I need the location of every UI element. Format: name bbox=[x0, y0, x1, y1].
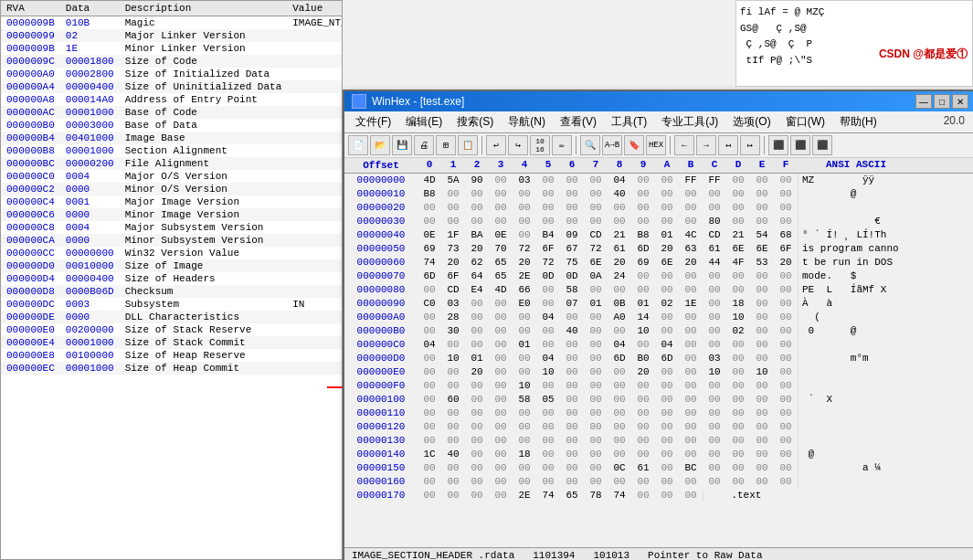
hex-byte[interactable]: 4F bbox=[726, 256, 750, 269]
hex-byte[interactable]: 00 bbox=[631, 269, 655, 282]
hex-byte[interactable]: 61 bbox=[703, 242, 726, 255]
hex-byte[interactable]: 00 bbox=[655, 365, 679, 378]
hex-byte[interactable]: 70 bbox=[489, 242, 513, 255]
hex-byte[interactable]: 00 bbox=[726, 420, 750, 433]
hex-rows-container[interactable]: 00000000 4D5A900003000000040000FFFF00000… bbox=[344, 174, 973, 547]
hex-byte[interactable]: 00 bbox=[608, 215, 631, 227]
tb-redo[interactable]: ↪ bbox=[508, 135, 528, 155]
hex-byte[interactable]: 00 bbox=[584, 201, 608, 214]
row-offset[interactable]: 00000140 bbox=[344, 448, 418, 460]
hex-byte[interactable]: 18 bbox=[726, 297, 750, 310]
hex-byte[interactable]: 00 bbox=[631, 420, 655, 433]
hex-byte[interactable]: 05 bbox=[536, 393, 560, 406]
row-offset[interactable]: 00000060 bbox=[344, 256, 418, 269]
hex-byte[interactable]: 00 bbox=[679, 448, 703, 460]
row-offset[interactable]: 00000070 bbox=[344, 269, 418, 282]
hex-row[interactable]: 00000140 1C40000018000000000000000000000… bbox=[344, 448, 973, 461]
menu-nav[interactable]: 导航(N) bbox=[501, 112, 553, 132]
hex-byte[interactable]: 04 bbox=[655, 338, 679, 351]
hex-byte[interactable]: 0E bbox=[489, 228, 513, 241]
hex-row[interactable]: 000000C0 0400000001000000040004000000000… bbox=[344, 338, 973, 352]
hex-byte[interactable]: 00 bbox=[726, 461, 750, 474]
hex-byte[interactable]: 00 bbox=[489, 297, 513, 310]
hex-byte[interactable]: 4D bbox=[418, 174, 441, 186]
hex-row[interactable]: 00000120 0000000000000000000000000000000… bbox=[344, 420, 973, 434]
hex-byte[interactable]: 00 bbox=[679, 420, 703, 433]
hex-byte[interactable]: 00 bbox=[726, 379, 750, 392]
hex-byte[interactable]: 09 bbox=[560, 228, 584, 241]
hex-byte[interactable]: 00 bbox=[418, 489, 441, 502]
hex-byte[interactable]: B8 bbox=[631, 228, 655, 241]
hex-byte[interactable]: 00 bbox=[703, 393, 726, 406]
hex-byte[interactable]: 00 bbox=[750, 311, 774, 323]
hex-byte[interactable]: 00 bbox=[655, 174, 679, 186]
hex-byte[interactable]: 00 bbox=[608, 324, 631, 337]
hex-byte[interactable]: 00 bbox=[418, 311, 441, 323]
hex-byte[interactable]: 65 bbox=[560, 489, 584, 502]
hex-byte[interactable]: 00 bbox=[441, 489, 465, 502]
hex-byte[interactable]: 00 bbox=[513, 461, 536, 474]
table-row[interactable]: 000000D4 00000400 Size of Headers bbox=[1, 272, 343, 285]
hex-byte[interactable]: 00 bbox=[465, 448, 489, 460]
menu-edit[interactable]: 编辑(E) bbox=[398, 112, 449, 132]
hex-byte[interactable]: 00 bbox=[489, 475, 513, 488]
hex-byte[interactable]: 2E bbox=[513, 489, 536, 502]
row-offset[interactable]: 000000B0 bbox=[344, 324, 418, 337]
hex-byte[interactable]: 6E bbox=[726, 242, 750, 255]
hex-byte[interactable]: 6D bbox=[608, 352, 631, 365]
row-offset[interactable]: 00000110 bbox=[344, 407, 418, 419]
hex-byte[interactable]: 00 bbox=[560, 352, 584, 365]
table-row[interactable]: 000000D0 00010000 Size of Image bbox=[1, 259, 343, 272]
hex-byte[interactable]: 00 bbox=[750, 420, 774, 433]
table-row[interactable]: 000000B0 00003000 Base of Data bbox=[1, 119, 343, 132]
hex-byte[interactable]: 00 bbox=[418, 420, 441, 433]
hex-byte[interactable]: 90 bbox=[465, 174, 489, 186]
hex-byte[interactable]: 00 bbox=[489, 379, 513, 392]
hex-byte[interactable]: 00 bbox=[608, 201, 631, 214]
hex-byte[interactable]: 00 bbox=[750, 475, 774, 488]
row-offset[interactable]: 00000100 bbox=[344, 393, 418, 406]
hex-byte[interactable]: 00 bbox=[703, 201, 726, 214]
minimize-button[interactable]: — bbox=[915, 94, 932, 109]
hex-byte[interactable]: 2E bbox=[513, 269, 536, 282]
tb-open[interactable]: 📂 bbox=[370, 135, 390, 155]
tb-save[interactable]: 💾 bbox=[392, 135, 412, 155]
hex-byte[interactable]: 00 bbox=[608, 407, 631, 419]
row-offset[interactable]: 00000150 bbox=[344, 461, 418, 474]
hex-byte[interactable]: 01 bbox=[513, 338, 536, 351]
hex-byte[interactable]: 00 bbox=[655, 448, 679, 460]
hex-byte[interactable]: 6E bbox=[750, 242, 774, 255]
hex-row[interactable]: 00000060 742062652072756E20696E20444F532… bbox=[344, 256, 973, 269]
hex-byte[interactable]: 00 bbox=[703, 297, 726, 310]
hex-byte[interactable]: 01 bbox=[465, 352, 489, 365]
hex-byte[interactable]: 00 bbox=[441, 461, 465, 474]
table-row[interactable]: 000000E4 00001000 Size of Stack Commit bbox=[1, 336, 343, 349]
hex-byte[interactable]: 00 bbox=[679, 324, 703, 337]
hex-byte[interactable]: 00 bbox=[726, 187, 750, 200]
row-offset[interactable]: 00000050 bbox=[344, 242, 418, 255]
hex-byte[interactable]: 4C bbox=[679, 228, 703, 241]
hex-byte[interactable]: 00 bbox=[560, 311, 584, 323]
hex-row[interactable]: 00000070 6D6F64652E0D0D0A240000000000000… bbox=[344, 269, 973, 283]
hex-byte[interactable]: 00 bbox=[584, 283, 608, 296]
hex-row[interactable]: 00000170 000000002E74657874000000 .text bbox=[344, 489, 973, 502]
table-row[interactable]: 00000099 02 Major Linker Version bbox=[1, 29, 343, 42]
row-offset[interactable]: 00000000 bbox=[344, 174, 418, 186]
hex-byte[interactable]: 03 bbox=[513, 174, 536, 186]
hex-byte[interactable]: 58 bbox=[513, 393, 536, 406]
hex-byte[interactable]: 00 bbox=[489, 311, 513, 323]
tb-extra1[interactable]: ⬛ bbox=[768, 135, 788, 155]
hex-byte[interactable]: 00 bbox=[679, 379, 703, 392]
hex-byte[interactable]: 00 bbox=[631, 187, 655, 200]
hex-row[interactable]: 00000160 0000000000000000000000000000000… bbox=[344, 475, 973, 489]
hex-byte[interactable]: 00 bbox=[513, 352, 536, 365]
hex-byte[interactable]: 00 bbox=[703, 311, 726, 323]
hex-byte[interactable]: 00 bbox=[465, 187, 489, 200]
table-row[interactable]: 000000DC 0003 Subsystem IN bbox=[1, 298, 343, 311]
row-offset[interactable]: 00000090 bbox=[344, 297, 418, 310]
hex-byte[interactable]: 00 bbox=[655, 434, 679, 447]
hex-byte[interactable]: 00 bbox=[774, 187, 798, 200]
hex-byte[interactable]: 00 bbox=[631, 379, 655, 392]
hex-byte[interactable]: 20 bbox=[465, 365, 489, 378]
hex-byte[interactable]: 00 bbox=[560, 187, 584, 200]
